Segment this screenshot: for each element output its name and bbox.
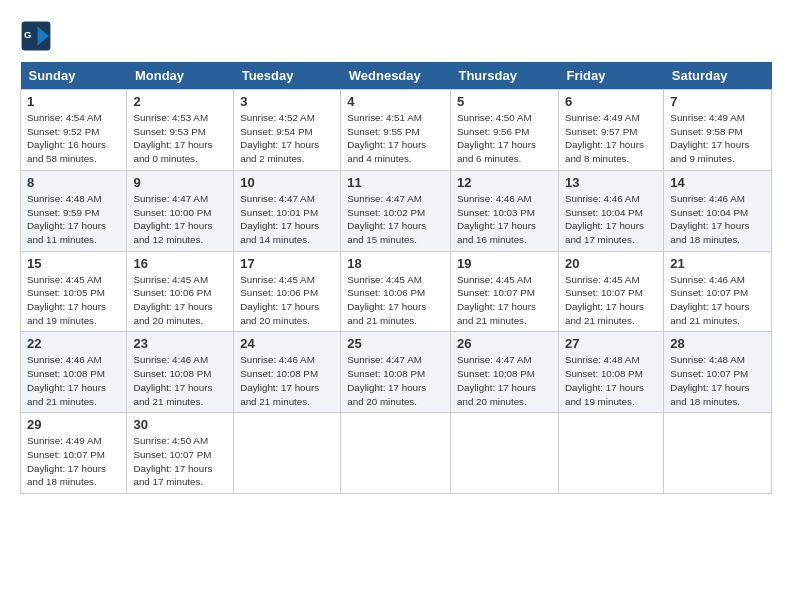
day-info: Sunrise: 4:50 AMSunset: 9:56 PMDaylight:… <box>457 112 536 164</box>
day-cell: 10 Sunrise: 4:47 AMSunset: 10:01 PMDayli… <box>234 170 341 251</box>
day-number: 23 <box>133 336 227 351</box>
day-cell: 20 Sunrise: 4:45 AMSunset: 10:07 PMDayli… <box>558 251 663 332</box>
day-cell <box>450 413 558 494</box>
day-info: Sunrise: 4:46 AMSunset: 10:03 PMDaylight… <box>457 193 536 245</box>
day-cell: 6 Sunrise: 4:49 AMSunset: 9:57 PMDayligh… <box>558 90 663 171</box>
day-number: 6 <box>565 94 657 109</box>
day-info: Sunrise: 4:48 AMSunset: 10:08 PMDaylight… <box>565 354 644 406</box>
day-number: 13 <box>565 175 657 190</box>
col-header-monday: Monday <box>127 62 234 90</box>
day-cell: 8 Sunrise: 4:48 AMSunset: 9:59 PMDayligh… <box>21 170 127 251</box>
day-info: Sunrise: 4:49 AMSunset: 9:58 PMDaylight:… <box>670 112 749 164</box>
day-info: Sunrise: 4:49 AMSunset: 9:57 PMDaylight:… <box>565 112 644 164</box>
day-info: Sunrise: 4:47 AMSunset: 10:02 PMDaylight… <box>347 193 426 245</box>
day-info: Sunrise: 4:50 AMSunset: 10:07 PMDaylight… <box>133 435 212 487</box>
col-header-thursday: Thursday <box>450 62 558 90</box>
calendar-table: SundayMondayTuesdayWednesdayThursdayFrid… <box>20 62 772 494</box>
day-info: Sunrise: 4:47 AMSunset: 10:08 PMDaylight… <box>347 354 426 406</box>
day-number: 25 <box>347 336 444 351</box>
day-info: Sunrise: 4:45 AMSunset: 10:06 PMDaylight… <box>347 274 426 326</box>
day-number: 3 <box>240 94 334 109</box>
day-info: Sunrise: 4:46 AMSunset: 10:08 PMDaylight… <box>27 354 106 406</box>
page: G SundayMondayTuesdayWednesdayThursdayFr… <box>0 0 792 612</box>
day-info: Sunrise: 4:47 AMSunset: 10:01 PMDaylight… <box>240 193 319 245</box>
day-info: Sunrise: 4:46 AMSunset: 10:07 PMDaylight… <box>670 274 749 326</box>
day-number: 7 <box>670 94 765 109</box>
day-number: 15 <box>27 256 120 271</box>
day-number: 4 <box>347 94 444 109</box>
day-info: Sunrise: 4:46 AMSunset: 10:04 PMDaylight… <box>565 193 644 245</box>
day-cell: 5 Sunrise: 4:50 AMSunset: 9:56 PMDayligh… <box>450 90 558 171</box>
day-info: Sunrise: 4:46 AMSunset: 10:08 PMDaylight… <box>133 354 212 406</box>
day-number: 10 <box>240 175 334 190</box>
day-cell: 18 Sunrise: 4:45 AMSunset: 10:06 PMDayli… <box>341 251 451 332</box>
day-cell: 25 Sunrise: 4:47 AMSunset: 10:08 PMDayli… <box>341 332 451 413</box>
day-info: Sunrise: 4:45 AMSunset: 10:05 PMDaylight… <box>27 274 106 326</box>
col-header-friday: Friday <box>558 62 663 90</box>
day-number: 11 <box>347 175 444 190</box>
day-number: 20 <box>565 256 657 271</box>
day-cell: 9 Sunrise: 4:47 AMSunset: 10:00 PMDaylig… <box>127 170 234 251</box>
day-cell: 30 Sunrise: 4:50 AMSunset: 10:07 PMDayli… <box>127 413 234 494</box>
day-cell: 4 Sunrise: 4:51 AMSunset: 9:55 PMDayligh… <box>341 90 451 171</box>
logo-icon: G <box>20 20 52 52</box>
day-number: 9 <box>133 175 227 190</box>
day-cell: 29 Sunrise: 4:49 AMSunset: 10:07 PMDayli… <box>21 413 127 494</box>
col-header-tuesday: Tuesday <box>234 62 341 90</box>
day-info: Sunrise: 4:46 AMSunset: 10:08 PMDaylight… <box>240 354 319 406</box>
day-number: 12 <box>457 175 552 190</box>
day-cell: 12 Sunrise: 4:46 AMSunset: 10:03 PMDayli… <box>450 170 558 251</box>
day-cell: 11 Sunrise: 4:47 AMSunset: 10:02 PMDayli… <box>341 170 451 251</box>
day-cell: 15 Sunrise: 4:45 AMSunset: 10:05 PMDayli… <box>21 251 127 332</box>
day-info: Sunrise: 4:53 AMSunset: 9:53 PMDaylight:… <box>133 112 212 164</box>
day-number: 24 <box>240 336 334 351</box>
day-info: Sunrise: 4:47 AMSunset: 10:00 PMDaylight… <box>133 193 212 245</box>
header: G <box>20 20 772 52</box>
day-number: 2 <box>133 94 227 109</box>
day-info: Sunrise: 4:52 AMSunset: 9:54 PMDaylight:… <box>240 112 319 164</box>
svg-text:G: G <box>24 29 31 40</box>
week-row-4: 22 Sunrise: 4:46 AMSunset: 10:08 PMDayli… <box>21 332 772 413</box>
day-cell <box>664 413 772 494</box>
day-cell: 17 Sunrise: 4:45 AMSunset: 10:06 PMDayli… <box>234 251 341 332</box>
day-cell: 28 Sunrise: 4:48 AMSunset: 10:07 PMDayli… <box>664 332 772 413</box>
day-cell <box>558 413 663 494</box>
week-row-3: 15 Sunrise: 4:45 AMSunset: 10:05 PMDayli… <box>21 251 772 332</box>
day-info: Sunrise: 4:48 AMSunset: 10:07 PMDaylight… <box>670 354 749 406</box>
day-number: 26 <box>457 336 552 351</box>
day-cell: 23 Sunrise: 4:46 AMSunset: 10:08 PMDayli… <box>127 332 234 413</box>
day-info: Sunrise: 4:45 AMSunset: 10:07 PMDaylight… <box>565 274 644 326</box>
col-header-wednesday: Wednesday <box>341 62 451 90</box>
day-number: 28 <box>670 336 765 351</box>
day-info: Sunrise: 4:45 AMSunset: 10:06 PMDaylight… <box>133 274 212 326</box>
day-cell: 13 Sunrise: 4:46 AMSunset: 10:04 PMDayli… <box>558 170 663 251</box>
day-cell: 14 Sunrise: 4:46 AMSunset: 10:04 PMDayli… <box>664 170 772 251</box>
day-number: 22 <box>27 336 120 351</box>
day-info: Sunrise: 4:47 AMSunset: 10:08 PMDaylight… <box>457 354 536 406</box>
header-row: SundayMondayTuesdayWednesdayThursdayFrid… <box>21 62 772 90</box>
day-cell: 1 Sunrise: 4:54 AMSunset: 9:52 PMDayligh… <box>21 90 127 171</box>
day-info: Sunrise: 4:48 AMSunset: 9:59 PMDaylight:… <box>27 193 106 245</box>
day-info: Sunrise: 4:45 AMSunset: 10:06 PMDaylight… <box>240 274 319 326</box>
day-info: Sunrise: 4:49 AMSunset: 10:07 PMDaylight… <box>27 435 106 487</box>
week-row-5: 29 Sunrise: 4:49 AMSunset: 10:07 PMDayli… <box>21 413 772 494</box>
day-info: Sunrise: 4:51 AMSunset: 9:55 PMDaylight:… <box>347 112 426 164</box>
day-number: 29 <box>27 417 120 432</box>
day-cell: 16 Sunrise: 4:45 AMSunset: 10:06 PMDayli… <box>127 251 234 332</box>
day-cell: 3 Sunrise: 4:52 AMSunset: 9:54 PMDayligh… <box>234 90 341 171</box>
day-number: 16 <box>133 256 227 271</box>
day-number: 17 <box>240 256 334 271</box>
logo: G <box>20 20 56 52</box>
day-cell: 26 Sunrise: 4:47 AMSunset: 10:08 PMDayli… <box>450 332 558 413</box>
day-cell: 2 Sunrise: 4:53 AMSunset: 9:53 PMDayligh… <box>127 90 234 171</box>
day-number: 27 <box>565 336 657 351</box>
day-number: 1 <box>27 94 120 109</box>
day-number: 18 <box>347 256 444 271</box>
day-cell: 19 Sunrise: 4:45 AMSunset: 10:07 PMDayli… <box>450 251 558 332</box>
day-info: Sunrise: 4:46 AMSunset: 10:04 PMDaylight… <box>670 193 749 245</box>
day-cell <box>341 413 451 494</box>
col-header-saturday: Saturday <box>664 62 772 90</box>
day-info: Sunrise: 4:45 AMSunset: 10:07 PMDaylight… <box>457 274 536 326</box>
week-row-2: 8 Sunrise: 4:48 AMSunset: 9:59 PMDayligh… <box>21 170 772 251</box>
day-number: 30 <box>133 417 227 432</box>
